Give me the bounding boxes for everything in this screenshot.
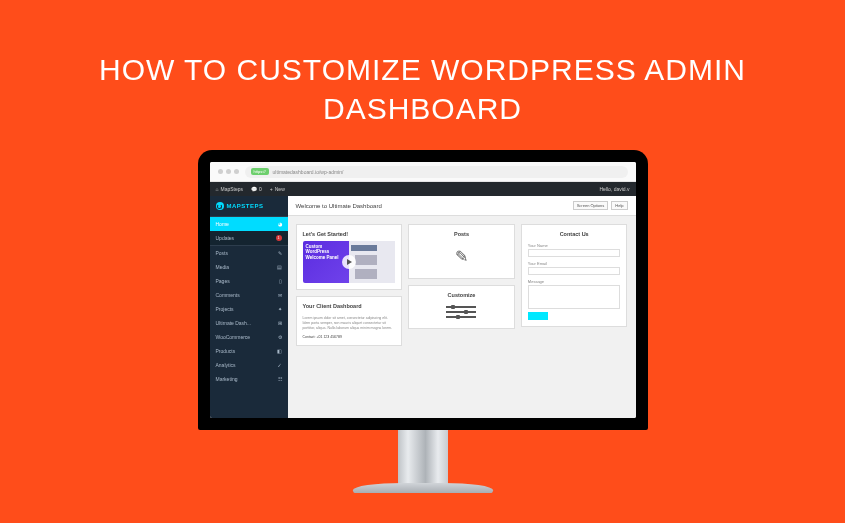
widget-client-dashboard: Your Client Dashboard Lorem ipsum dolor … [296,296,403,346]
minimize-dot[interactable] [226,169,231,174]
sidebar-item-analytics[interactable]: Analytics⫽ [210,358,288,372]
product-icon: ◧ [277,348,282,354]
submit-button[interactable] [528,312,548,320]
monitor-screen: https:// ultimatedashboard.io/wp-admin/ … [210,162,636,418]
name-input[interactable] [528,249,621,257]
sidebar-item-pages[interactable]: Pages▯ [210,274,288,288]
widget-title: Contact Us [528,231,621,237]
sidebar-item-ultimate-dash[interactable]: Ultimate Dash...⊞ [210,316,288,330]
hero-title: HOW TO CUSTOMIZE WORDPRESS ADMIN DASHBOA… [0,0,845,148]
widget-title: Let's Get Started! [303,231,396,237]
play-icon[interactable] [342,255,356,269]
gauge-icon: ◕ [278,221,282,227]
hero-banner: HOW TO CUSTOMIZE WORDPRESS ADMIN DASHBOA… [0,0,845,523]
monitor-mockup: https:// ultimatedashboard.io/wp-admin/ … [198,150,648,493]
project-icon: ✦ [278,306,282,312]
widget-title: Posts [415,231,508,237]
widget-title: Customize [415,292,508,298]
name-label: Your Name [528,243,621,248]
sidebar-item-products[interactable]: Products◧ [210,344,288,358]
pin-icon: ✎ [278,250,282,256]
widget-posts[interactable]: Posts ✎ [408,224,515,279]
widget-contact-us: Contact Us Your Name Your Email Message [521,224,628,327]
pencil-icon: ✎ [415,247,508,266]
sidebar-item-updates[interactable]: Updates 1 [210,231,288,245]
sliders-icon [415,306,508,318]
monitor-stand-neck [398,430,448,485]
wp-content-area: Welcome to Ultimate Dashboard Screen Opt… [288,196,636,418]
brand-logo[interactable]: MAPSTEPS [210,196,288,216]
admin-comments-link[interactable]: 💬 0 [251,186,262,192]
admin-site-link[interactable]: ⌂ MapSteps [216,186,244,192]
screen-options-button[interactable]: Screen Options [573,201,609,210]
dashboard-widgets: Let's Get Started! Custom WordPress Welc… [288,216,636,418]
analytics-icon: ⫽ [277,362,282,368]
admin-new-link[interactable]: + New [270,186,285,192]
media-icon: ▤ [277,264,282,270]
admin-greeting[interactable]: Hello, david.v [599,186,629,192]
maximize-dot[interactable] [234,169,239,174]
content-header: Welcome to Ultimate Dashboard Screen Opt… [288,196,636,216]
dash-icon: ⊞ [278,320,282,326]
widget-customize[interactable]: Customize [408,285,515,329]
brand-icon [216,202,224,210]
widget-body-text: Lorem ipsum dolor sit amet, consectetur … [303,316,396,331]
monitor-bezel: https:// ultimatedashboard.io/wp-admin/ … [198,150,648,430]
page-icon: ▯ [279,278,282,284]
wp-body: MAPSTEPS Home ◕ Updates 1 [210,196,636,418]
woo-icon: ⚙ [278,334,282,340]
update-badge: 1 [276,235,282,241]
widget-get-started: Let's Get Started! Custom WordPress Welc… [296,224,403,290]
contact-info: Contact: +01 123 456789 [303,335,396,339]
widget-title: Your Client Dashboard [303,303,396,309]
url-text: ultimatedashboard.io/wp-admin/ [273,169,344,175]
sidebar-item-home[interactable]: Home ◕ [210,217,288,231]
monitor-stand-base [353,483,493,493]
page-title: Welcome to Ultimate Dashboard [296,203,382,209]
marketing-icon: ☷ [278,376,282,382]
help-button[interactable]: Help [611,201,627,210]
comment-icon: 💬 [251,186,257,192]
sidebar-item-marketing[interactable]: Marketing☷ [210,372,288,386]
email-input[interactable] [528,267,621,275]
video-thumbnail[interactable]: Custom WordPress Welcome Panel [303,241,396,283]
message-label: Message [528,279,621,284]
comment-icon: ✉ [278,292,282,298]
url-bar[interactable]: https:// ultimatedashboard.io/wp-admin/ [245,166,628,178]
wp-sidebar: MAPSTEPS Home ◕ Updates 1 [210,196,288,418]
sidebar-item-projects[interactable]: Projects✦ [210,302,288,316]
wp-admin-bar: ⌂ MapSteps 💬 0 + New Hello, david.v [210,182,636,196]
sidebar-item-woocommerce[interactable]: WooCommerce⚙ [210,330,288,344]
browser-chrome: https:// ultimatedashboard.io/wp-admin/ [210,162,636,182]
https-badge: https:// [251,168,269,175]
sidebar-item-comments[interactable]: Comments✉ [210,288,288,302]
sidebar-item-posts[interactable]: Posts✎ [210,246,288,260]
home-icon: ⌂ [216,186,219,192]
sidebar-item-media[interactable]: Media▤ [210,260,288,274]
email-label: Your Email [528,261,621,266]
window-controls [218,169,239,174]
message-textarea[interactable] [528,285,621,309]
close-dot[interactable] [218,169,223,174]
plus-icon: + [270,186,273,192]
